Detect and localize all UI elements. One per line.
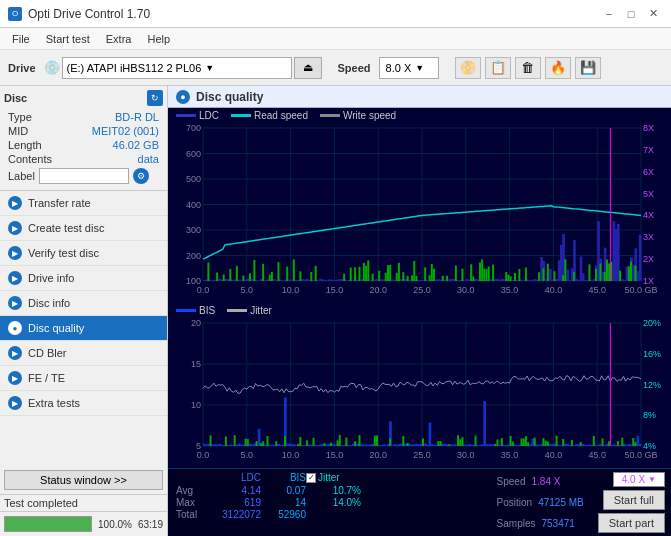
top-chart-legend: LDC Read speed Write speed (168, 108, 671, 123)
disc-mid-label: MID (8, 125, 28, 137)
sidebar-item-transfer-rate[interactable]: ▶ Transfer rate (0, 191, 167, 216)
quality-header-icon: ● (176, 90, 190, 104)
max-jitter: 14.0% (306, 497, 361, 508)
cd-bler-icon: ▶ (8, 346, 22, 360)
drive-select[interactable]: (E:) ATAPI iHBS112 2 PL06 ▼ (62, 57, 292, 79)
speed-row: Speed 1.84 X (497, 476, 584, 487)
sidebar-item-cd-bler[interactable]: ▶ CD Bler (0, 341, 167, 366)
burn-icon-btn[interactable]: 🔥 (545, 57, 571, 79)
start-full-button[interactable]: Start full (603, 490, 665, 510)
total-label: Total (176, 509, 206, 520)
speed-label: Speed (338, 62, 371, 74)
copy-icon-btn[interactable]: 📋 (485, 57, 511, 79)
stats-avg-row: Avg 4.14 0.07 10.7% (176, 485, 481, 496)
sidebar-item-fe-te-label: FE / TE (28, 372, 65, 384)
menu-start-test[interactable]: Start test (38, 31, 98, 47)
drivebar: Drive 💿 (E:) ATAPI iHBS112 2 PL06 ▼ ⏏ Sp… (0, 50, 671, 86)
app-title: Opti Drive Control 1.70 (28, 7, 150, 21)
stats-ldc-header: LDC (206, 472, 261, 483)
total-ldc: 3122072 (206, 509, 261, 520)
legend-bis-color (176, 309, 196, 312)
disc-label-label: Label (8, 170, 35, 182)
sidebar-item-drive-info-label: Drive info (28, 272, 74, 284)
disc-refresh-icon[interactable]: ↻ (147, 90, 163, 106)
status-text: Test completed (0, 494, 167, 511)
titlebar: O Opti Drive Control 1.70 − □ ✕ (0, 0, 671, 28)
sidebar-item-disc-info-label: Disc info (28, 297, 70, 309)
legend-ldc-color (176, 114, 196, 117)
disc-contents-label: Contents (8, 153, 52, 165)
sidebar-menu: ▶ Transfer rate ▶ Create test disc ▶ Ver… (0, 191, 167, 416)
disc-quality-title: Disc quality (196, 90, 263, 104)
transfer-rate-icon: ▶ (8, 196, 22, 210)
legend-write-speed-color (320, 114, 340, 117)
speed-set-select[interactable]: 4.0 X ▼ (613, 472, 665, 487)
disc-read-icon-btn[interactable]: 📀 (455, 57, 481, 79)
create-test-disc-icon: ▶ (8, 221, 22, 235)
avg-jitter: 10.7% (306, 485, 361, 496)
disc-label-settings-icon[interactable]: ⚙ (133, 168, 149, 184)
app-icon: O (8, 7, 22, 21)
sidebar-item-verify-test-disc-label: Verify test disc (28, 247, 99, 259)
menu-help[interactable]: Help (139, 31, 178, 47)
drive-select-arrow: ▼ (205, 63, 214, 73)
stats-headers: LDC BIS ✓ Jitter (176, 472, 481, 483)
drive-label: Drive (8, 62, 36, 74)
stats-jitter-header: Jitter (318, 472, 340, 483)
top-chart-canvas (168, 123, 671, 303)
sidebar-item-fe-te[interactable]: ▶ FE / TE (0, 366, 167, 391)
sidebar-item-disc-quality[interactable]: ● Disc quality (0, 316, 167, 341)
sidebar: Disc ↻ Type BD-R DL MID MEIT02 (001) Len… (0, 86, 168, 536)
max-label: Max (176, 497, 206, 508)
samples-value-stat: 753471 (541, 518, 574, 529)
avg-label: Avg (176, 485, 206, 496)
disc-type-label: Type (8, 111, 32, 123)
sidebar-item-extra-tests[interactable]: ▶ Extra tests (0, 391, 167, 416)
disc-label-input[interactable] (39, 168, 129, 184)
top-chart-area: LDC Read speed Write speed (168, 108, 671, 303)
bottom-chart-area: BIS Jitter (168, 303, 671, 468)
eject-button[interactable]: ⏏ (294, 57, 322, 79)
sidebar-item-create-test-disc[interactable]: ▶ Create test disc (0, 216, 167, 241)
maximize-button[interactable]: □ (621, 5, 641, 23)
sidebar-item-disc-info[interactable]: ▶ Disc info (0, 291, 167, 316)
sidebar-item-disc-quality-label: Disc quality (28, 322, 84, 334)
progress-time: 63:19 (138, 519, 163, 530)
avg-bis: 0.07 (261, 485, 306, 496)
speed-select[interactable]: 8.0 X ▼ (379, 57, 439, 79)
menu-extra[interactable]: Extra (98, 31, 140, 47)
erase-icon-btn[interactable]: 🗑 (515, 57, 541, 79)
position-value-stat: 47125 MB (538, 497, 584, 508)
legend-read-speed-color (231, 114, 251, 117)
save-icon-btn[interactable]: 💾 (575, 57, 601, 79)
right-panel: ● Disc quality LDC Read speed (168, 86, 671, 536)
legend-read-speed: Read speed (231, 110, 308, 121)
drive-info-icon: ▶ (8, 271, 22, 285)
stats-table: LDC BIS ✓ Jitter Avg 4.14 0.07 10.7% (168, 469, 489, 536)
samples-row: Samples 753471 (497, 518, 584, 529)
disc-contents-value: data (138, 153, 159, 165)
close-button[interactable]: ✕ (643, 5, 663, 23)
main-content: Disc ↻ Type BD-R DL MID MEIT02 (001) Len… (0, 86, 671, 536)
speed-value-stat: 1.84 X (532, 476, 561, 487)
stats-total-row: Total 3122072 52960 (176, 509, 481, 520)
sidebar-item-create-test-disc-label: Create test disc (28, 222, 104, 234)
sidebar-item-transfer-rate-label: Transfer rate (28, 197, 91, 209)
avg-ldc: 4.14 (206, 485, 261, 496)
start-part-button[interactable]: Start part (598, 513, 665, 533)
status-window-button[interactable]: Status window >> (4, 470, 163, 490)
menu-file[interactable]: File (4, 31, 38, 47)
bottom-chart-canvas (168, 318, 671, 468)
disc-info-icon: ▶ (8, 296, 22, 310)
disc-length-value: 46.02 GB (113, 139, 159, 151)
middle-stats: Speed 1.84 X Position 47125 MB Samples 7… (489, 469, 592, 536)
sidebar-item-drive-info[interactable]: ▶ Drive info (0, 266, 167, 291)
sidebar-item-verify-test-disc[interactable]: ▶ Verify test disc (0, 241, 167, 266)
progress-bar-container (4, 516, 92, 532)
position-label-stat: Position (497, 497, 533, 508)
disc-length-label: Length (8, 139, 42, 151)
minimize-button[interactable]: − (599, 5, 619, 23)
jitter-checkbox[interactable]: ✓ (306, 473, 316, 483)
progress-percent: 100.0% (98, 519, 132, 530)
samples-label-stat: Samples (497, 518, 536, 529)
